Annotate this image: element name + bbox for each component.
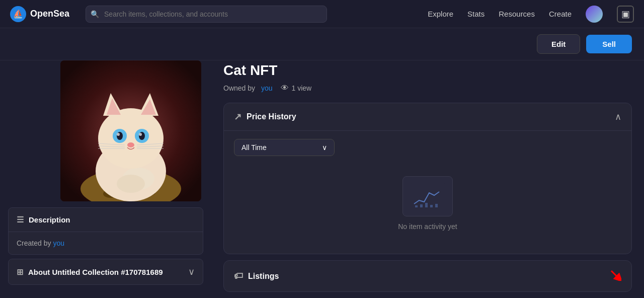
description-section: ☰ Description Created by you	[8, 207, 203, 255]
logo-icon: ⛵	[10, 6, 26, 22]
about-icon: ⊞	[17, 267, 23, 277]
cat-svg	[60, 60, 201, 201]
svg-line-35	[611, 271, 619, 279]
empty-chart-icon	[410, 183, 445, 210]
price-history-header-left: ↗ Price History	[234, 111, 296, 122]
about-header-left: ⊞ About Untitled Collection #170781689	[17, 267, 163, 277]
description-body: Created by you	[9, 232, 203, 254]
nav-create[interactable]: Create	[549, 10, 572, 18]
svg-rect-30	[420, 204, 423, 207]
nav-explore[interactable]: Explore	[428, 10, 453, 18]
svg-rect-32	[430, 205, 433, 207]
nft-image	[60, 60, 201, 201]
avatar[interactable]	[586, 6, 603, 23]
description-title: Description	[29, 215, 70, 224]
views-text: 1 view	[292, 84, 312, 92]
about-chevron: ∨	[188, 266, 195, 277]
listings-header-left: 🏷 Listings	[234, 271, 279, 281]
svg-rect-31	[425, 203, 428, 207]
time-range-dropdown[interactable]: All Time ∨	[234, 139, 335, 156]
svg-point-9	[117, 175, 145, 193]
listings-title: Listings	[248, 272, 279, 281]
nft-image-container	[60, 60, 201, 201]
svg-point-10	[98, 108, 164, 169]
price-history-card: ↗ Price History ∧ All Time ∨	[223, 103, 632, 254]
price-history-body: All Time ∨	[224, 130, 631, 254]
nav-links: Explore Stats Resources Create ▣	[428, 6, 634, 23]
action-bar: Edit Sell	[0, 28, 644, 60]
nft-title: Cat NFT	[223, 62, 632, 79]
listings-header[interactable]: 🏷 Listings	[224, 261, 631, 291]
right-panel: Cat NFT Owned by you 👁 1 view ↗ Price Hi…	[211, 60, 644, 298]
edit-button[interactable]: Edit	[537, 34, 580, 54]
listings-chevron	[609, 269, 621, 283]
cat-background	[60, 60, 201, 201]
dropdown-chevron: ∨	[322, 143, 327, 152]
wallet-icon[interactable]: ▣	[617, 6, 634, 23]
description-prefix: Created by	[17, 239, 51, 247]
owned-by-prefix: Owned by	[223, 84, 255, 92]
nav-stats[interactable]: Stats	[467, 10, 485, 18]
svg-point-20	[139, 133, 142, 136]
svg-point-21	[127, 142, 134, 147]
svg-rect-33	[435, 204, 438, 207]
price-history-chevron-up: ∧	[615, 111, 621, 122]
search-bar: 🔍	[86, 6, 327, 23]
about-title: About Untitled Collection #170781689	[28, 268, 163, 276]
listings-card: 🏷 Listings	[223, 260, 632, 292]
navbar: ⛵ OpenSea 🔍 Explore Stats Resources Crea…	[0, 0, 644, 28]
listings-icon: 🏷	[234, 271, 243, 281]
sell-button[interactable]: Sell	[586, 35, 632, 53]
owner-link[interactable]: you	[261, 84, 273, 92]
red-arrow-icon	[609, 269, 621, 281]
nav-resources[interactable]: Resources	[499, 10, 535, 18]
logo-text: OpenSea	[30, 9, 69, 19]
main-content: ☰ Description Created by you ⊞ About Unt…	[0, 60, 644, 298]
dropdown-value: All Time	[242, 143, 267, 152]
price-history-header[interactable]: ↗ Price History ∧	[224, 103, 631, 130]
search-icon: 🔍	[91, 10, 99, 18]
search-input[interactable]	[86, 6, 327, 23]
svg-point-19	[117, 133, 120, 136]
description-creator-link[interactable]: you	[53, 239, 64, 247]
left-panel: ☰ Description Created by you ⊞ About Unt…	[0, 60, 211, 298]
no-activity-area: No item activity yet	[234, 166, 621, 246]
about-header[interactable]: ⊞ About Untitled Collection #170781689 ∨	[9, 259, 203, 284]
price-history-title: Price History	[247, 112, 296, 121]
nft-meta: Owned by you 👁 1 view	[223, 84, 632, 93]
owned-by: Owned by you	[223, 84, 273, 92]
about-section: ⊞ About Untitled Collection #170781689 ∨	[8, 259, 203, 285]
chart-placeholder	[403, 176, 453, 216]
description-icon: ☰	[17, 215, 24, 225]
description-header[interactable]: ☰ Description	[9, 208, 203, 232]
logo[interactable]: ⛵ OpenSea	[10, 6, 69, 22]
no-activity-text: No item activity yet	[398, 222, 457, 231]
svg-rect-29	[415, 205, 418, 207]
eye-icon: 👁	[281, 84, 289, 93]
price-history-icon: ↗	[234, 111, 242, 122]
description-header-left: ☰ Description	[17, 215, 70, 225]
views-count: 👁 1 view	[281, 84, 312, 93]
